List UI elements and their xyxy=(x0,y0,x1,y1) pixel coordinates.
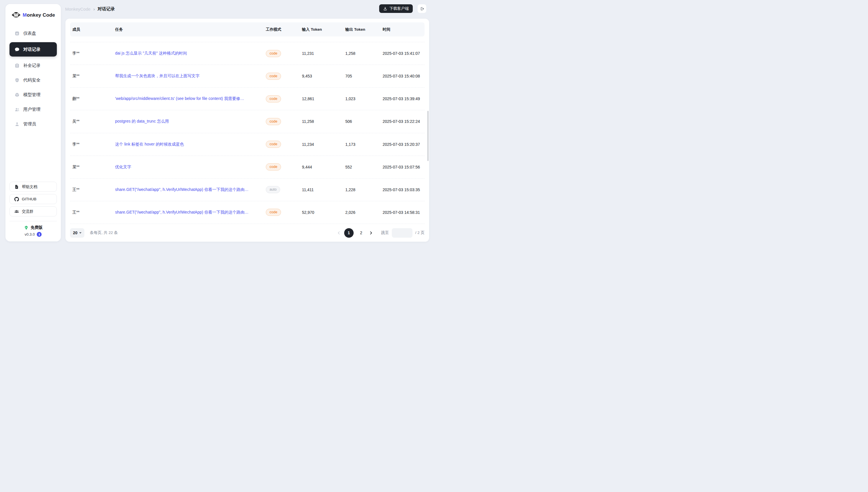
table-row: 吴** postgres 的 data_trunc 怎么用 code 11,25… xyxy=(70,110,424,133)
member-cell: 菜** xyxy=(70,73,115,79)
shield-icon xyxy=(15,78,20,83)
pager-controls: 1 2 跳至 / 2 页 xyxy=(335,228,424,238)
output-token-cell: 1,173 xyxy=(345,142,382,147)
input-token-cell: 11,411 xyxy=(302,188,345,192)
download-client-button[interactable]: 下载客户端 xyxy=(379,4,413,13)
member-cell: 李** xyxy=(70,51,115,56)
footer-button-label: 交流群 xyxy=(22,209,33,214)
cube-icon xyxy=(15,93,20,97)
table-row: 菜** 优化文字 code 9,444 552 2025-07-03 15:07… xyxy=(70,156,424,178)
plan-badge: 免费版 xyxy=(5,225,61,230)
person-icon xyxy=(15,122,20,127)
time-cell: 2025-07-03 14:58:31 xyxy=(382,210,424,215)
time-cell: 2025-07-03 15:20:37 xyxy=(382,142,424,147)
upgrade-button[interactable] xyxy=(37,232,42,237)
document-icon xyxy=(14,184,19,189)
mode-badge: code xyxy=(266,118,281,125)
mode-badge: code xyxy=(266,73,281,80)
task-link[interactable]: 'web/app/src/middleware/client.ts' (see … xyxy=(115,96,244,101)
scrollbar-thumb[interactable] xyxy=(427,111,428,161)
input-token-cell: 52,970 xyxy=(302,210,345,215)
jump-to-label: 跳至 xyxy=(381,230,389,236)
column-header-time: 时间 xyxy=(382,27,424,32)
task-link[interactable]: share.GET("/wechat/app", h.VerifyUrlWech… xyxy=(115,187,249,192)
page-button-2[interactable]: 2 xyxy=(356,228,366,238)
sidebar-item-chat-log[interactable]: 对话记录 xyxy=(9,42,57,56)
sidebar-item-dashboard[interactable]: 仪表盘 xyxy=(9,28,57,39)
task-link[interactable]: postgres 的 data_trunc 怎么用 xyxy=(115,119,169,123)
sidebar-item-model-management[interactable]: 模型管理 xyxy=(9,89,57,100)
member-cell: 王** xyxy=(70,210,115,215)
input-token-cell: 11,234 xyxy=(302,142,345,147)
next-page-button[interactable] xyxy=(367,229,375,237)
input-token-cell: 9,444 xyxy=(302,165,345,169)
breadcrumb-current: 对话记录 xyxy=(98,6,115,12)
time-cell: 2025-07-03 15:03:35 xyxy=(382,188,424,192)
sidebar-nav: 仪表盘 对话记录 补全记录 代码安全 模型管理 用户管理 管理员 xyxy=(5,28,61,133)
page-size-value: 20 xyxy=(73,230,77,235)
prev-page-button[interactable] xyxy=(335,229,343,237)
plan-label: 免费版 xyxy=(31,225,43,230)
task-link[interactable]: 帮我生成一个灰色底块，并且可以在上面写文字 xyxy=(115,73,199,78)
community-group-button[interactable]: 交流群 xyxy=(9,206,57,217)
time-cell: 2025-07-03 15:07:56 xyxy=(382,165,424,169)
member-cell: 菜** xyxy=(70,165,115,170)
output-token-cell: 1,023 xyxy=(345,96,382,101)
github-icon xyxy=(14,197,19,201)
input-token-cell: 11,258 xyxy=(302,119,345,124)
sidebar-divider xyxy=(9,221,57,221)
chevron-down-icon xyxy=(79,232,81,233)
table-header-row: 成员 任务 工作模式 输入 Token 输出 Token 时间 xyxy=(70,22,424,36)
sidebar-item-label: 对话记录 xyxy=(23,47,41,52)
chat-log-table-card: 成员 任务 工作模式 输入 Token 输出 Token 时间 李** dai … xyxy=(66,19,429,242)
version-label: v0.3.0 xyxy=(25,232,35,237)
pagination-bar: 20 条每页, 共 22 条 1 2 跳至 / 2 页 xyxy=(70,224,424,242)
dashboard-icon xyxy=(15,31,20,36)
download-client-label: 下载客户端 xyxy=(390,6,409,11)
sidebar-item-label: 仪表盘 xyxy=(23,31,36,36)
users-icon xyxy=(15,107,20,112)
app-logo: Monkey Code xyxy=(5,4,61,20)
jump-to-page-input[interactable] xyxy=(392,228,413,238)
task-link[interactable]: dai js 怎么显示 "几天前" 这种格式的时间 xyxy=(115,51,187,55)
topbar-actions: 下载客户端 xyxy=(379,4,426,13)
logout-button[interactable] xyxy=(418,4,426,13)
output-token-cell: 506 xyxy=(345,119,382,124)
download-icon xyxy=(383,7,387,10)
sidebar-item-label: 补全记录 xyxy=(23,63,41,68)
task-link[interactable]: 这个 link 标签在 hover 的时候改成蓝色 xyxy=(115,142,184,146)
input-token-cell: 12,861 xyxy=(302,96,345,101)
output-token-cell: 705 xyxy=(345,74,382,78)
sidebar-item-label: 代码安全 xyxy=(23,77,41,83)
page-size-select[interactable]: 20 xyxy=(70,228,84,238)
sidebar-item-user-management[interactable]: 用户管理 xyxy=(9,104,57,115)
time-cell: 2025-07-03 15:22:24 xyxy=(382,119,424,124)
time-cell: 2025-07-03 15:41:07 xyxy=(382,51,424,56)
sidebar-item-code-security[interactable]: 代码安全 xyxy=(9,74,57,86)
task-link[interactable]: share.GET("/wechat/app", h.VerifyUrlWech… xyxy=(115,210,249,215)
footer-button-label: GITHUB xyxy=(22,197,36,201)
table-row: 李** dai js 怎么显示 "几天前" 这种格式的时间 code 11,23… xyxy=(70,42,424,65)
sidebar-item-completion-log[interactable]: 补全记录 xyxy=(9,60,57,71)
github-button[interactable]: GITHUB xyxy=(9,194,57,204)
breadcrumb-root[interactable]: MonkeyCode xyxy=(65,7,91,11)
column-header-output-token: 输出 Token xyxy=(345,27,382,32)
output-token-cell: 1,258 xyxy=(345,51,382,56)
help-docs-button[interactable]: 帮助文档 xyxy=(9,182,57,192)
sidebar-item-admin[interactable]: 管理员 xyxy=(9,118,57,130)
sidebar-item-label: 模型管理 xyxy=(23,92,41,98)
mode-badge: auto xyxy=(266,186,280,193)
task-link[interactable]: 优化文字 xyxy=(115,165,131,169)
mode-badge: code xyxy=(266,50,281,57)
column-header-mode: 工作模式 xyxy=(266,27,302,32)
column-header-task: 任务 xyxy=(115,27,266,32)
brand-name: Monkey Code xyxy=(23,13,55,18)
input-token-cell: 9,453 xyxy=(302,74,345,78)
time-cell: 2025-07-03 15:39:49 xyxy=(382,96,424,101)
upgrade-icon xyxy=(38,233,41,236)
footer-button-label: 帮助文档 xyxy=(22,184,37,190)
sidebar-footer: 帮助文档 GITHUB 交流群 免费版 v0.3.0 xyxy=(5,182,61,241)
page-size-suffix: 条每页, 共 22 条 xyxy=(90,230,118,236)
page-button-1[interactable]: 1 xyxy=(344,228,354,238)
gem-icon xyxy=(24,225,29,230)
